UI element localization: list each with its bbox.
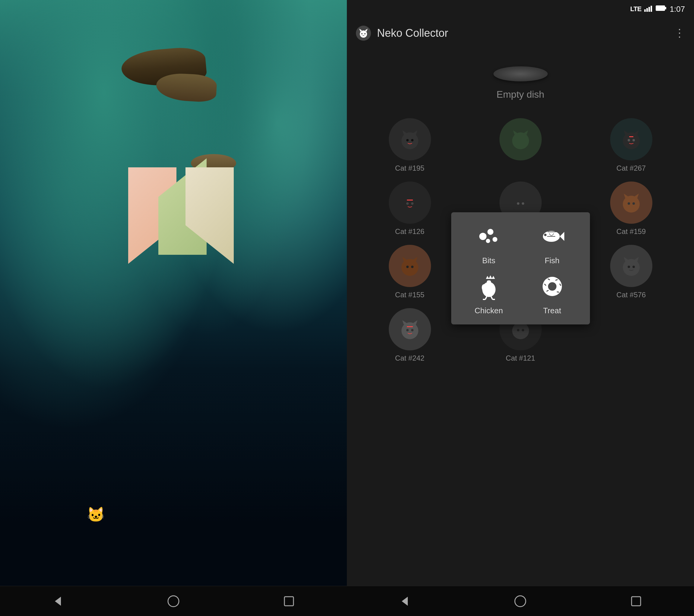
- right-app-panel: LTE 1:07: [347, 0, 694, 616]
- svg-rect-97: [632, 597, 641, 606]
- bits-icon: [474, 221, 504, 251]
- cat-label-242: Cat #242: [395, 354, 424, 362]
- fish-label: Fish: [545, 256, 560, 265]
- bits-label: Bits: [482, 256, 495, 265]
- cat-item-267[interactable]: Cat #267: [580, 118, 682, 172]
- cat-avatar-155: [389, 245, 431, 287]
- cat-grid: Cat #195: [356, 115, 685, 366]
- svg-point-26: [633, 139, 635, 142]
- svg-point-82: [628, 266, 630, 268]
- recents-button-left[interactable]: [278, 591, 299, 612]
- cat-item-center: [470, 118, 571, 172]
- android-n-logo: [113, 158, 234, 273]
- svg-point-14: [401, 132, 418, 149]
- svg-point-79: [623, 259, 640, 276]
- svg-point-18: [411, 139, 414, 142]
- app-icon: [356, 26, 371, 41]
- svg-rect-3: [644, 10, 646, 12]
- svg-point-59: [512, 196, 529, 212]
- svg-rect-33: [407, 200, 413, 201]
- treat-popup[interactable]: Bits: [451, 212, 590, 324]
- recents-button-right[interactable]: [625, 591, 647, 612]
- svg-point-96: [515, 596, 526, 606]
- lte-indicator: LTE: [630, 5, 641, 13]
- back-button-left[interactable]: [47, 591, 69, 612]
- svg-point-37: [486, 239, 490, 243]
- svg-point-68: [633, 202, 635, 205]
- svg-rect-45: [487, 280, 491, 285]
- svg-rect-89: [407, 326, 413, 327]
- svg-point-90: [512, 322, 529, 339]
- svg-point-72: [406, 266, 409, 268]
- chicken-label: Chicken: [475, 306, 503, 315]
- svg-rect-6: [651, 6, 652, 12]
- treat-icon: [537, 272, 567, 301]
- cat-item-576[interactable]: Cat #576: [580, 245, 682, 299]
- svg-point-40: [544, 234, 547, 236]
- cat-avatar-195: [389, 118, 431, 161]
- svg-point-52: [548, 282, 556, 291]
- app-title: Neko Collector: [377, 27, 668, 39]
- cat-avatar-576: [610, 245, 652, 287]
- svg-point-63: [522, 202, 524, 205]
- battery-icon: [656, 5, 666, 13]
- more-options-icon[interactable]: ⋮: [674, 27, 685, 39]
- popup-item-chicken[interactable]: Chicken: [460, 272, 517, 315]
- svg-point-88: [411, 329, 414, 331]
- svg-rect-2: [285, 597, 293, 606]
- popup-item-fish[interactable]: Fish: [524, 221, 581, 265]
- cat-label-195: Cat #195: [395, 164, 424, 172]
- cat-label-121: Cat #121: [506, 354, 535, 362]
- cat-item-126[interactable]: Cat #126: [359, 182, 460, 236]
- cat-item-155[interactable]: Cat #155: [359, 245, 460, 299]
- home-button-left[interactable]: [163, 591, 184, 612]
- empty-dish-label: Empty dish: [496, 89, 544, 100]
- svg-rect-27: [629, 136, 633, 137]
- left-wallpaper-panel: 🐱: [0, 0, 347, 616]
- cat-label-159: Cat #159: [617, 227, 646, 236]
- cat-avatar-242: [389, 308, 431, 350]
- fish-icon: [537, 221, 567, 251]
- treat-label: Treat: [543, 306, 561, 315]
- signal-icon: [644, 5, 653, 13]
- app-bar: Neko Collector ⋮: [347, 18, 694, 48]
- cat-label-155: Cat #155: [395, 291, 424, 299]
- cat-avatar-267: [610, 118, 652, 161]
- cat-avatar-center[interactable]: [499, 118, 542, 161]
- cat-label-126: Cat #126: [395, 227, 424, 236]
- svg-point-12: [361, 33, 363, 34]
- svg-line-47: [491, 296, 493, 299]
- cat-item-195[interactable]: Cat #195: [359, 118, 460, 172]
- dish-section: Empty dish: [356, 57, 685, 115]
- svg-point-19: [512, 132, 529, 149]
- chicken-icon: [474, 272, 504, 301]
- svg-point-13: [364, 33, 366, 34]
- svg-point-87: [406, 329, 409, 331]
- svg-marker-39: [560, 232, 564, 241]
- svg-point-32: [411, 202, 414, 205]
- svg-rect-8: [665, 7, 666, 10]
- svg-point-35: [488, 229, 493, 235]
- svg-point-69: [401, 259, 418, 276]
- svg-point-84: [401, 322, 418, 339]
- popup-item-treat[interactable]: Treat: [524, 272, 581, 315]
- back-button-right[interactable]: [394, 591, 415, 612]
- cat-item-159[interactable]: Cat #159: [580, 182, 682, 236]
- time-display: 1:07: [670, 4, 685, 14]
- popup-item-bits[interactable]: Bits: [460, 221, 517, 265]
- svg-point-17: [406, 139, 409, 142]
- svg-marker-0: [55, 597, 61, 606]
- svg-marker-43: [486, 275, 495, 279]
- svg-point-9: [360, 31, 367, 38]
- svg-line-46: [485, 296, 487, 299]
- svg-rect-4: [646, 8, 648, 12]
- cat-label-576: Cat #576: [617, 291, 646, 299]
- cat-item-242[interactable]: Cat #242: [359, 308, 460, 362]
- cat-label-267: Cat #267: [617, 164, 646, 172]
- dish-plate[interactable]: [493, 66, 548, 81]
- cat-avatar-126: [389, 182, 431, 224]
- cat-notification-icon[interactable]: 🐱: [87, 506, 105, 524]
- svg-point-34: [479, 233, 487, 240]
- home-button-right[interactable]: [510, 591, 531, 612]
- svg-rect-7: [656, 6, 665, 11]
